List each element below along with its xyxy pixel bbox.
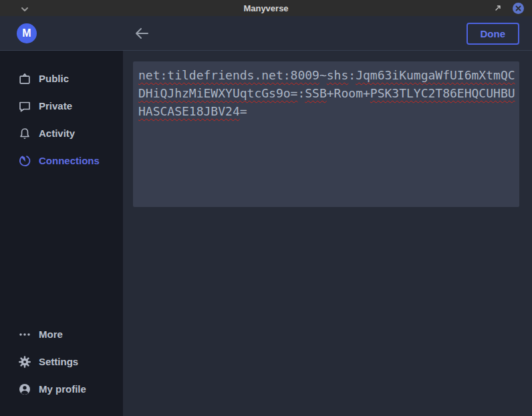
invite-code-segment: HASCASE18JBV24	[138, 104, 240, 118]
invite-code-segment: Jqm63iKumgaWfUI6mXtmQC	[356, 68, 515, 82]
window-title: Manyverse	[243, 3, 288, 13]
sidebar-item-connections[interactable]: Connections	[0, 147, 123, 174]
invite-code-segment: SSB	[305, 86, 327, 100]
done-button[interactable]: Done	[467, 23, 520, 45]
close-button[interactable]	[513, 3, 524, 14]
sidebar-main-group: Public Private	[0, 65, 123, 174]
restore-button[interactable]	[495, 2, 502, 14]
invite-code-segment: net:tildefriends.net:8009	[138, 68, 319, 82]
invite-code-line: HASCASE18JBV24=	[138, 102, 514, 120]
manyverse-logo: M	[17, 23, 37, 43]
sidebar-item-label: Activity	[39, 128, 75, 139]
invite-code-line: DHiQJhzMiEWXYUqtcGs9o=:SSB+Room+PSK3TLYC…	[138, 84, 514, 102]
sidebar-item-public[interactable]: Public	[0, 65, 123, 92]
back-button[interactable]	[134, 25, 150, 41]
invite-code-segment: :	[297, 86, 305, 100]
sidebar-item-more[interactable]: More	[0, 321, 123, 348]
sidebar-item-label: Settings	[39, 356, 78, 367]
sidebar-spacer	[0, 174, 123, 321]
message-bubble-icon	[18, 99, 31, 113]
logo-letter: M	[22, 27, 31, 39]
sidebar-item-settings[interactable]: Settings	[0, 348, 123, 375]
window-controls	[484, 0, 524, 16]
sidebar-item-label: Private	[39, 100, 72, 112]
invite-code-segment: =	[240, 104, 247, 118]
back-arrow-icon	[134, 25, 150, 41]
body: Public Private	[0, 51, 532, 416]
sidebar-item-label: Public	[39, 73, 69, 84]
invite-code-segment: PSK3TLYC2T86EHQCUHBU	[370, 86, 515, 100]
main-content: net:tildefriends.net:8009~shs:Jqm63iKumg…	[123, 51, 532, 416]
invite-code-input[interactable]: net:tildefriends.net:8009~shs:Jqm63iKumg…	[133, 61, 519, 207]
restore-icon	[495, 4, 502, 11]
bell-icon	[18, 127, 31, 140]
ellipsis-icon	[18, 328, 31, 341]
invite-code-segment: DHiQJhzMiEWXYUqtcGs9o=	[138, 86, 297, 100]
connections-gauge-icon	[18, 154, 31, 168]
sidebar-item-label: My profile	[39, 383, 86, 395]
manyverse-window: Manyverse M Done	[0, 0, 532, 416]
person-circle-icon	[18, 383, 31, 396]
titlebar: Manyverse	[0, 0, 532, 16]
sidebar: Public Private	[0, 51, 123, 416]
invite-code-segment: ~	[319, 68, 327, 82]
invite-code-segment: :	[348, 68, 356, 82]
invite-code-segment: +Room+	[327, 86, 370, 100]
app-header: M Done	[0, 16, 532, 51]
bulletin-board-icon	[18, 72, 31, 85]
sidebar-item-label: More	[39, 329, 63, 340]
close-icon	[515, 5, 521, 11]
sidebar-footer-group: More	[0, 321, 123, 403]
sidebar-item-label: Connections	[39, 155, 100, 166]
gear-icon	[18, 355, 31, 369]
sidebar-item-my-profile[interactable]: My profile	[0, 375, 123, 403]
window-menu-chevron-icon[interactable]	[20, 4, 29, 12]
invite-code-line: net:tildefriends.net:8009~shs:Jqm63iKumg…	[138, 66, 514, 84]
sidebar-item-activity[interactable]: Activity	[0, 120, 123, 147]
invite-code-segment: shs	[327, 68, 349, 82]
sidebar-item-private[interactable]: Private	[0, 92, 123, 120]
